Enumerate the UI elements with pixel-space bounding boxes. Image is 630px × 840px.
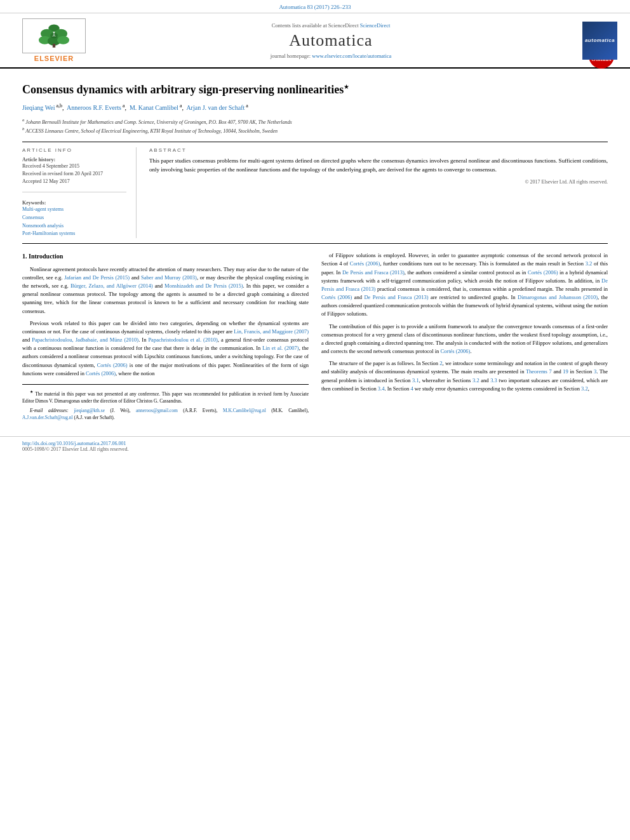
keywords-label: Keywords: (22, 200, 126, 206)
svg-point-7 (50, 32, 58, 38)
ref-papachristodoulou[interactable]: Papachristodoulou, Jadbabaie, and Münz (… (32, 337, 138, 343)
ref-sec33[interactable]: 3.3 (490, 377, 497, 383)
ref-sec3[interactable]: 3 (594, 368, 596, 375)
automatica-logo-area: automatica (566, 22, 617, 60)
journal-header: ELSEVIER Contents lists available at Sci… (0, 13, 630, 69)
contents-available-line: Contents lists available at ScienceDirec… (102, 22, 560, 29)
section-1-title: 1. Introduction (22, 251, 309, 262)
affiliations: a Johann Bernoulli Institute for Mathema… (22, 117, 608, 135)
email-jieqiang[interactable]: jieqiang@kth.se (74, 408, 105, 413)
automatica-logo-box: automatica (582, 22, 617, 60)
footnote-star: ★ The material in this paper was not pre… (22, 389, 309, 404)
article-info-heading: ARTICLE INFO (22, 147, 126, 153)
ref-cortes3[interactable]: Cortés (2006) (350, 260, 380, 267)
ref-cortes4[interactable]: Cortés (2006) (528, 269, 558, 276)
ref-cortes6[interactable]: Cortés (2006) (440, 348, 470, 354)
email-schaft[interactable]: A.J.van.der.Schaft@rug.nl (22, 415, 73, 420)
ref-sec32c[interactable]: 3.2 (581, 385, 588, 392)
ref-sec32[interactable]: 3.2 (586, 260, 593, 267)
ref-saber[interactable]: Saber and Murray (2003) (141, 274, 197, 281)
ref-jafarian[interactable]: Jafarian and De Persis (2015) (64, 274, 130, 281)
bottom-bar: http://dx.doi.org/10.1016/j.automatica.2… (0, 436, 630, 456)
keyword-1: Multi-agent systems (22, 206, 126, 214)
svg-rect-6 (53, 44, 55, 48)
journal-name-area: Contents lists available at ScienceDirec… (102, 22, 560, 59)
body-columns: 1. Introduction Nonlinear agreement prot… (22, 251, 608, 423)
body-column-right: of Filippov solutions is employed. Howev… (321, 251, 608, 423)
revised-date: Received in revised form 20 April 2017 (22, 170, 126, 178)
author-3-sup: a (178, 103, 182, 109)
elsevier-tree-icon (35, 23, 73, 49)
copyright-line: © 2017 Elsevier Ltd. All rights reserved… (149, 179, 608, 185)
ref-burger[interactable]: Bürger, Zelazo, and Allgöwer (2014) (70, 283, 153, 289)
ref-cortes1[interactable]: Cortés (2006) (97, 362, 128, 368)
ref-lin[interactable]: Lin, Francis, and Maggiore (2007) (234, 328, 309, 335)
abstract-text: This paper studies consensus problems fo… (149, 157, 608, 174)
ref-cortes2[interactable]: Cortés (2006) (86, 370, 116, 377)
svg-point-5 (57, 36, 69, 44)
keyword-3: Nonsmooth analysis (22, 222, 126, 230)
ref-sec2[interactable]: 2 (439, 360, 442, 366)
article-info-panel: ARTICLE INFO Article history: Received 4… (22, 147, 137, 238)
ref-dimarogonas[interactable]: Dimarogonas and Johansson (2010) (518, 294, 598, 300)
main-content: ✕ CrossMark Consensus dynamics with arbi… (0, 69, 630, 436)
author-1-sup: a,b (55, 103, 63, 109)
author-2-sup: a (121, 103, 125, 109)
body-para-r3: The structure of the paper is as follows… (321, 359, 608, 393)
ref-lin2[interactable]: Lin et al. (2007) (262, 345, 298, 351)
publisher-logo-area: ELSEVIER (13, 18, 95, 62)
journal-title: Automatica (102, 31, 560, 50)
ref-sec31[interactable]: 3.1 (412, 377, 419, 383)
footnotes-area: ★ The material in this paper was not pre… (22, 384, 309, 422)
doi-link[interactable]: http://dx.doi.org/10.1016/j.automatica.2… (22, 441, 608, 446)
author-3: M. Kanat Camlibel (130, 105, 178, 112)
affiliation-b: b ACCESS Linnaeus Centre, School of Elec… (22, 126, 608, 135)
ref-sec4[interactable]: 4 (410, 385, 413, 392)
received-date: Received 4 September 2015 (22, 163, 126, 170)
ref-depersis3[interactable]: De Persis and Frasca (2013) (364, 294, 428, 300)
body-para-2: Previous work related to this paper can … (22, 319, 309, 378)
keyword-2: Consensus (22, 214, 126, 222)
abstract-heading: ABSTRACT (149, 147, 608, 153)
body-para-1: Nonlinear agreement protocols have recen… (22, 265, 309, 316)
keywords-section: Keywords: Multi-agent systems Consensus … (22, 192, 126, 238)
ref-theorem19[interactable]: 19 (563, 368, 568, 375)
ref-monshizadeh[interactable]: Monshizadeh and De Persis (2015) (164, 283, 243, 289)
body-para-r1: of Filippov solutions is employed. Howev… (321, 251, 608, 318)
body-divider (22, 243, 608, 244)
sciencedirect-link[interactable]: ScienceDirect (360, 22, 391, 29)
accepted-date: Accepted 12 May 2017 (22, 178, 126, 185)
ref-sec34[interactable]: 3.4 (378, 385, 385, 392)
footnote-emails: E-mail addresses: jieqiang@kth.se (J. We… (22, 407, 309, 422)
body-column-left: 1. Introduction Nonlinear agreement prot… (22, 251, 309, 423)
elsevier-brand-text: ELSEVIER (34, 55, 74, 62)
header-divider (22, 142, 608, 142)
author-2: Anneroos R.F. Everts (67, 105, 121, 112)
ref-depersis2[interactable]: De Persis and Frasca (2013) (321, 277, 608, 292)
author-1: Jieqiang Wei (22, 105, 55, 112)
email-camlibel[interactable]: M.K.Camlibel@rug.nl (223, 408, 266, 413)
elsevier-logo: ELSEVIER (13, 18, 95, 62)
journal-homepage-link[interactable]: www.elsevier.com/locate/automatica (312, 53, 391, 59)
author-4-sup: a (245, 103, 248, 109)
homepage-line: journal homepage: www.elsevier.com/locat… (102, 53, 560, 59)
email-anneroos[interactable]: anneroos@gmail.com (136, 408, 178, 413)
journal-citation: Automatica 83 (2017) 226–233 (279, 4, 351, 10)
ref-cortes5[interactable]: Cortés (2006) (321, 294, 352, 300)
ref-papa2[interactable]: Papachristodoulou et al. (2010) (148, 337, 217, 343)
paper-title: Consensus dynamics with arbitrary sign-p… (22, 83, 608, 97)
issn-text: 0005-1098/© 2017 Elsevier Ltd. All right… (22, 446, 608, 452)
authors-line: Jieqiang Wei a,b, Anneroos R.F. Everts a… (22, 102, 608, 113)
history-label: Article history: (22, 157, 126, 163)
body-para-r2: The contribution of this paper is to pro… (321, 323, 608, 356)
elsevier-logo-box (22, 18, 86, 53)
affiliation-a: a Johann Bernoulli Institute for Mathema… (22, 117, 608, 126)
ref-sec32b[interactable]: 3.2 (473, 377, 479, 383)
automatica-logo-text: automatica (585, 37, 615, 43)
ref-depersis1[interactable]: De Persis and Frasca (2013) (342, 269, 405, 276)
keyword-4: Port-Hamiltonian systems (22, 230, 126, 238)
abstract-panel: ABSTRACT This paper studies consensus pr… (149, 147, 608, 238)
ref-theorems[interactable]: Theorems 7 (526, 368, 552, 375)
article-meta-section: ARTICLE INFO Article history: Received 4… (22, 147, 608, 238)
author-4: Arjan J. van der Schaft (186, 105, 245, 112)
